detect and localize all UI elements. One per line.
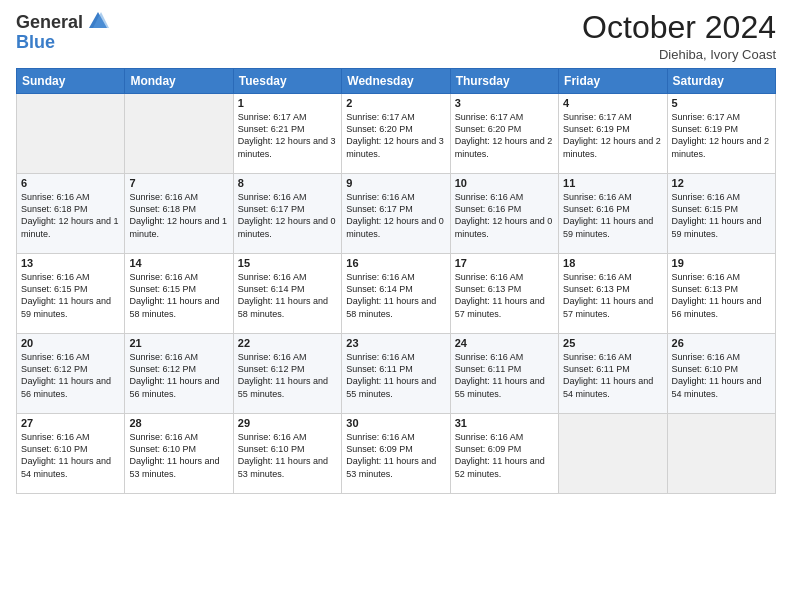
cell-details: Sunrise: 6:16 AM Sunset: 6:12 PM Dayligh… (238, 351, 337, 400)
calendar-body: 1Sunrise: 6:17 AM Sunset: 6:21 PM Daylig… (17, 94, 776, 494)
day-number: 27 (21, 417, 120, 429)
day-number: 7 (129, 177, 228, 189)
calendar-cell: 2Sunrise: 6:17 AM Sunset: 6:20 PM Daylig… (342, 94, 450, 174)
cell-details: Sunrise: 6:16 AM Sunset: 6:15 PM Dayligh… (129, 271, 228, 320)
cell-details: Sunrise: 6:16 AM Sunset: 6:15 PM Dayligh… (21, 271, 120, 320)
logo-general: General (16, 12, 83, 33)
cell-details: Sunrise: 6:16 AM Sunset: 6:18 PM Dayligh… (21, 191, 120, 240)
cell-details: Sunrise: 6:16 AM Sunset: 6:10 PM Dayligh… (129, 431, 228, 480)
calendar-table: SundayMondayTuesdayWednesdayThursdayFrid… (16, 68, 776, 494)
cell-details: Sunrise: 6:16 AM Sunset: 6:17 PM Dayligh… (346, 191, 445, 240)
day-number: 19 (672, 257, 771, 269)
day-number: 2 (346, 97, 445, 109)
day-number: 11 (563, 177, 662, 189)
cell-details: Sunrise: 6:16 AM Sunset: 6:10 PM Dayligh… (238, 431, 337, 480)
calendar-cell (559, 414, 667, 494)
day-number: 31 (455, 417, 554, 429)
calendar-cell: 22Sunrise: 6:16 AM Sunset: 6:12 PM Dayli… (233, 334, 341, 414)
header: General Blue October 2024 Diehiba, Ivory… (16, 10, 776, 62)
calendar-cell: 29Sunrise: 6:16 AM Sunset: 6:10 PM Dayli… (233, 414, 341, 494)
weekday-header-sunday: Sunday (17, 69, 125, 94)
day-number: 1 (238, 97, 337, 109)
day-number: 15 (238, 257, 337, 269)
calendar-cell (17, 94, 125, 174)
calendar-cell: 23Sunrise: 6:16 AM Sunset: 6:11 PM Dayli… (342, 334, 450, 414)
logo-blue: Blue (16, 32, 109, 53)
calendar-cell: 15Sunrise: 6:16 AM Sunset: 6:14 PM Dayli… (233, 254, 341, 334)
logo-icon (87, 10, 109, 32)
calendar-cell: 21Sunrise: 6:16 AM Sunset: 6:12 PM Dayli… (125, 334, 233, 414)
calendar-cell: 1Sunrise: 6:17 AM Sunset: 6:21 PM Daylig… (233, 94, 341, 174)
calendar-cell: 8Sunrise: 6:16 AM Sunset: 6:17 PM Daylig… (233, 174, 341, 254)
cell-details: Sunrise: 6:16 AM Sunset: 6:16 PM Dayligh… (563, 191, 662, 240)
calendar-cell: 20Sunrise: 6:16 AM Sunset: 6:12 PM Dayli… (17, 334, 125, 414)
title-block: October 2024 Diehiba, Ivory Coast (582, 10, 776, 62)
calendar-cell: 10Sunrise: 6:16 AM Sunset: 6:16 PM Dayli… (450, 174, 558, 254)
cell-details: Sunrise: 6:16 AM Sunset: 6:10 PM Dayligh… (21, 431, 120, 480)
calendar-cell: 7Sunrise: 6:16 AM Sunset: 6:18 PM Daylig… (125, 174, 233, 254)
cell-details: Sunrise: 6:16 AM Sunset: 6:11 PM Dayligh… (563, 351, 662, 400)
calendar-cell: 11Sunrise: 6:16 AM Sunset: 6:16 PM Dayli… (559, 174, 667, 254)
day-number: 9 (346, 177, 445, 189)
weekday-header-tuesday: Tuesday (233, 69, 341, 94)
calendar-cell: 27Sunrise: 6:16 AM Sunset: 6:10 PM Dayli… (17, 414, 125, 494)
calendar-cell: 19Sunrise: 6:16 AM Sunset: 6:13 PM Dayli… (667, 254, 775, 334)
week-row-4: 20Sunrise: 6:16 AM Sunset: 6:12 PM Dayli… (17, 334, 776, 414)
weekday-header-friday: Friday (559, 69, 667, 94)
cell-details: Sunrise: 6:16 AM Sunset: 6:12 PM Dayligh… (21, 351, 120, 400)
cell-details: Sunrise: 6:16 AM Sunset: 6:13 PM Dayligh… (563, 271, 662, 320)
weekday-header-thursday: Thursday (450, 69, 558, 94)
weekday-header-row: SundayMondayTuesdayWednesdayThursdayFrid… (17, 69, 776, 94)
calendar-cell: 4Sunrise: 6:17 AM Sunset: 6:19 PM Daylig… (559, 94, 667, 174)
day-number: 6 (21, 177, 120, 189)
cell-details: Sunrise: 6:16 AM Sunset: 6:11 PM Dayligh… (346, 351, 445, 400)
month-title: October 2024 (582, 10, 776, 45)
cell-details: Sunrise: 6:16 AM Sunset: 6:17 PM Dayligh… (238, 191, 337, 240)
day-number: 4 (563, 97, 662, 109)
day-number: 20 (21, 337, 120, 349)
calendar-cell: 5Sunrise: 6:17 AM Sunset: 6:19 PM Daylig… (667, 94, 775, 174)
day-number: 5 (672, 97, 771, 109)
day-number: 17 (455, 257, 554, 269)
calendar-cell (125, 94, 233, 174)
logo: General Blue (16, 10, 109, 53)
cell-details: Sunrise: 6:16 AM Sunset: 6:13 PM Dayligh… (455, 271, 554, 320)
cell-details: Sunrise: 6:16 AM Sunset: 6:14 PM Dayligh… (238, 271, 337, 320)
cell-details: Sunrise: 6:17 AM Sunset: 6:20 PM Dayligh… (346, 111, 445, 160)
cell-details: Sunrise: 6:16 AM Sunset: 6:11 PM Dayligh… (455, 351, 554, 400)
day-number: 29 (238, 417, 337, 429)
location-subtitle: Diehiba, Ivory Coast (582, 47, 776, 62)
calendar-cell: 3Sunrise: 6:17 AM Sunset: 6:20 PM Daylig… (450, 94, 558, 174)
week-row-5: 27Sunrise: 6:16 AM Sunset: 6:10 PM Dayli… (17, 414, 776, 494)
calendar-cell: 18Sunrise: 6:16 AM Sunset: 6:13 PM Dayli… (559, 254, 667, 334)
cell-details: Sunrise: 6:17 AM Sunset: 6:20 PM Dayligh… (455, 111, 554, 160)
day-number: 14 (129, 257, 228, 269)
week-row-3: 13Sunrise: 6:16 AM Sunset: 6:15 PM Dayli… (17, 254, 776, 334)
cell-details: Sunrise: 6:16 AM Sunset: 6:09 PM Dayligh… (346, 431, 445, 480)
weekday-header-monday: Monday (125, 69, 233, 94)
cell-details: Sunrise: 6:16 AM Sunset: 6:16 PM Dayligh… (455, 191, 554, 240)
calendar-cell: 9Sunrise: 6:16 AM Sunset: 6:17 PM Daylig… (342, 174, 450, 254)
cell-details: Sunrise: 6:17 AM Sunset: 6:19 PM Dayligh… (563, 111, 662, 160)
day-number: 13 (21, 257, 120, 269)
day-number: 10 (455, 177, 554, 189)
calendar-cell: 16Sunrise: 6:16 AM Sunset: 6:14 PM Dayli… (342, 254, 450, 334)
day-number: 25 (563, 337, 662, 349)
cell-details: Sunrise: 6:17 AM Sunset: 6:21 PM Dayligh… (238, 111, 337, 160)
cell-details: Sunrise: 6:16 AM Sunset: 6:14 PM Dayligh… (346, 271, 445, 320)
calendar-cell: 24Sunrise: 6:16 AM Sunset: 6:11 PM Dayli… (450, 334, 558, 414)
day-number: 16 (346, 257, 445, 269)
calendar-cell: 17Sunrise: 6:16 AM Sunset: 6:13 PM Dayli… (450, 254, 558, 334)
calendar-cell: 31Sunrise: 6:16 AM Sunset: 6:09 PM Dayli… (450, 414, 558, 494)
day-number: 26 (672, 337, 771, 349)
cell-details: Sunrise: 6:17 AM Sunset: 6:19 PM Dayligh… (672, 111, 771, 160)
calendar-cell: 13Sunrise: 6:16 AM Sunset: 6:15 PM Dayli… (17, 254, 125, 334)
calendar-cell: 6Sunrise: 6:16 AM Sunset: 6:18 PM Daylig… (17, 174, 125, 254)
day-number: 30 (346, 417, 445, 429)
weekday-header-wednesday: Wednesday (342, 69, 450, 94)
day-number: 21 (129, 337, 228, 349)
cell-details: Sunrise: 6:16 AM Sunset: 6:13 PM Dayligh… (672, 271, 771, 320)
calendar-cell: 30Sunrise: 6:16 AM Sunset: 6:09 PM Dayli… (342, 414, 450, 494)
cell-details: Sunrise: 6:16 AM Sunset: 6:18 PM Dayligh… (129, 191, 228, 240)
calendar-cell (667, 414, 775, 494)
